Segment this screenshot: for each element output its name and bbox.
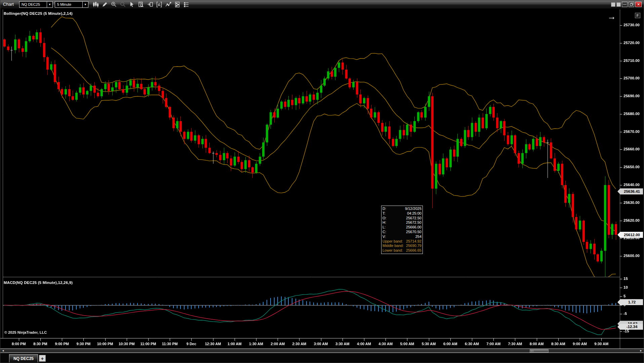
time-tick-label: 2:00 AM [266, 342, 289, 346]
tooltip-row: Lower band:25666.65 [383, 248, 421, 253]
tooltip-row-label: T: [383, 211, 386, 216]
horizontal-scrollbar[interactable]: ◄ ► [0, 349, 644, 353]
price-tick-label: 25630.00 [623, 201, 640, 205]
draw-tools-icon[interactable] [101, 1, 108, 8]
interval-link-button[interactable] [616, 2, 621, 7]
properties-icon[interactable] [183, 1, 190, 8]
window-controls: —✕ [611, 2, 642, 7]
price-tick-label: 25620.00 [623, 218, 640, 222]
chevron-down-icon[interactable]: ▼ [82, 2, 88, 7]
price-tick-label: 25720.00 [623, 41, 640, 45]
macd-value-marker: -12.34 [617, 324, 643, 330]
minimize-button[interactable]: — [622, 2, 628, 7]
time-tick-label: 8:00 AM [525, 342, 549, 346]
tooltip-row: Middle band:25690.79 [383, 244, 421, 248]
scrollbar-thumb[interactable] [530, 349, 549, 353]
price-tick-label: 25730.00 [623, 23, 640, 27]
tooltip-row: V:254 [383, 234, 421, 239]
time-tick-label: 2:30 AM [287, 342, 311, 346]
chart-style-icon[interactable] [92, 1, 99, 8]
time-tick-label: 1:00 AM [223, 342, 246, 346]
tooltip-row: D:9/12/2025 [383, 207, 421, 211]
price-tick-label: 25640.00 [623, 183, 640, 187]
tooltip-row: T:04:25:00 [383, 211, 421, 216]
ninjatrader-chart-window: Chart NQ DEC25 ▼ 5 Minute ▼ —✕ Bollinger… [0, 0, 644, 363]
data-box-icon[interactable] [137, 1, 145, 8]
price-tick-label: 25600.00 [623, 254, 640, 258]
restore-button[interactable] [629, 2, 634, 7]
tooltip-row-value: 25690.79 [406, 244, 421, 248]
tooltip-row-label: L: [383, 225, 386, 230]
instrument-selector-value: NQ DEC25 [19, 2, 47, 6]
instrument-selector[interactable]: NQ DEC25 ▼ [19, 1, 53, 8]
instrument-link-button[interactable] [611, 2, 615, 7]
time-tick-label: 5:00 AM [395, 342, 419, 346]
tooltip-row-label: Middle band: [383, 244, 404, 248]
time-tick-label: 10:00 PM [93, 342, 117, 346]
tooltip-row: Upper band:25714.92 [383, 239, 421, 244]
time-tick-label: 6:00 AM [439, 342, 462, 346]
price-value-marker: 25636.41 [617, 188, 643, 194]
interval-selector-value: 5 Minute [55, 2, 82, 6]
tooltip-row-label: Upper band: [383, 239, 403, 244]
tooltip-row-value: 25714.92 [406, 239, 421, 244]
scroll-left-arrow-icon[interactable]: ◄ [2, 349, 4, 353]
time-tick-label: 11:30 PM [158, 342, 182, 346]
interval-selector[interactable]: 5 Minute ▼ [55, 1, 88, 8]
time-tick-label: 4:00 AM [352, 342, 376, 346]
time-tick-label: 8:00 PM [7, 342, 31, 346]
tooltip-row: O:25672.50 [383, 216, 421, 221]
time-tick-label: 5:30 AM [417, 342, 441, 346]
chevron-down-icon[interactable]: ▼ [47, 2, 52, 7]
cursor-icon[interactable] [128, 1, 135, 8]
workspace-tab-nq-dec25[interactable]: NQ DEC25 [9, 354, 38, 362]
titlebar: Chart NQ DEC25 ▼ 5 Minute ▼ —✕ [0, 0, 644, 8]
macd-tick-label: 15 [623, 277, 628, 281]
tooltip-row-value: 04:25:00 [407, 211, 421, 216]
analyzer-icon[interactable] [173, 1, 181, 8]
time-tick-label: 9:00 PM [50, 342, 74, 346]
close-button[interactable]: ✕ [635, 2, 642, 7]
time-tick-label: 11:00 PM [136, 342, 160, 346]
time-tick-label: 6:30 AM [460, 342, 484, 346]
zoom-in-icon[interactable] [110, 1, 117, 8]
macd-value-marker: 1.72 [617, 299, 643, 305]
tooltip-row-label: V: [383, 234, 386, 239]
chart-trader-icon[interactable] [146, 1, 154, 8]
tooltip-row-value: 25672.50 [406, 216, 421, 221]
time-tick-label: 9 Dec [179, 342, 203, 346]
time-tick-label: 12:30 AM [201, 342, 225, 346]
chart-menu-tab[interactable]: Chart [0, 0, 16, 8]
time-tick-label: 1:30 AM [244, 342, 268, 346]
price-tick-label: 25650.00 [623, 165, 640, 169]
price-value-marker: 25612.00 [617, 232, 643, 238]
indicators-icon[interactable] [155, 1, 163, 8]
tooltip-row-label: O: [383, 216, 387, 221]
time-tick-label: 7:00 AM [482, 342, 505, 346]
price-axis-properties-icon[interactable]: F [635, 13, 640, 18]
macd-tick-label: -5 [623, 312, 627, 316]
tooltip-row-label: Lower band: [383, 248, 403, 253]
bollinger-indicator-label: Bollinger(NQ DEC25 (5 Minute),2,14) [4, 11, 73, 15]
tooltip-row-label: D: [383, 207, 386, 211]
chart-area: Bollinger(NQ DEC25 (5 Minute),2,14) MACD… [0, 9, 644, 363]
go-to-end-arrow-icon[interactable]: → [607, 12, 616, 21]
price-tick-label: 25680.00 [623, 112, 640, 116]
add-tab-button[interactable]: + [39, 355, 46, 362]
tooltip-row-value: 25666.65 [406, 248, 421, 253]
scroll-right-arrow-icon[interactable]: ► [640, 349, 642, 353]
tooltip-row: H:25672.50 [383, 220, 421, 225]
time-tick-label: 7:30 AM [503, 342, 527, 346]
price-tick-label: 25670.00 [623, 130, 640, 134]
tooltip-row: L:25666.00 [383, 225, 421, 230]
scrollbar-grip [531, 350, 533, 352]
price-tick-label: 25660.00 [623, 147, 640, 151]
toolbar [92, 1, 190, 8]
time-tick-label: 4:30 AM [374, 342, 397, 346]
price-chart-canvas[interactable] [0, 9, 644, 363]
zoom-out-icon[interactable] [119, 1, 126, 8]
tooltip-row-value: 9/12/2025 [405, 207, 421, 211]
strategies-icon[interactable] [164, 1, 172, 8]
tooltip-row-value: 25672.50 [406, 220, 421, 225]
tooltip-row-label: C: [383, 230, 386, 234]
